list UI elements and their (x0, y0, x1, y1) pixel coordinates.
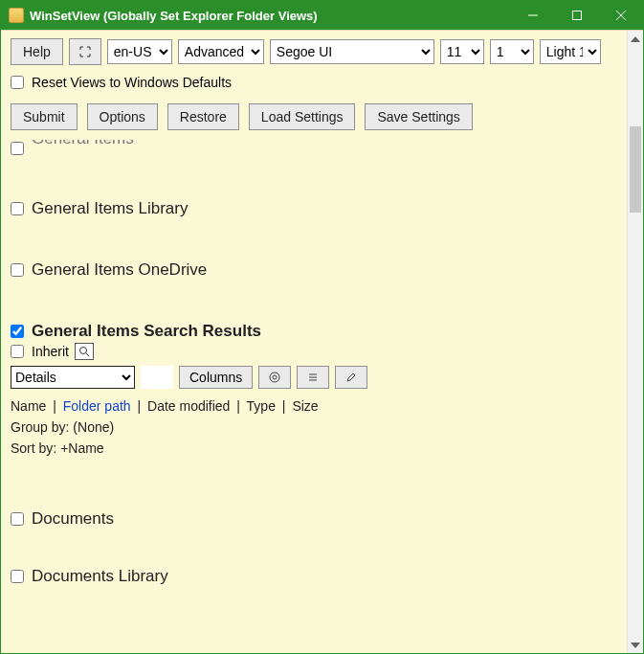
scale-select[interactable]: 1 (490, 39, 534, 64)
close-button[interactable] (599, 1, 643, 30)
pencil-icon (345, 372, 357, 383)
action-button-row: Submit Options Restore Load Settings Sav… (11, 103, 617, 130)
scroll-down-arrow[interactable] (628, 637, 643, 653)
reset-views-checkbox[interactable] (11, 76, 24, 89)
sort-by-line: Sort by: +Name (11, 440, 617, 456)
view-control-row: Details Columns (11, 366, 617, 389)
options-button[interactable]: Options (87, 103, 158, 130)
submit-button[interactable]: Submit (11, 103, 78, 130)
general-items-label: General Items (32, 140, 134, 148)
svg-rect-1 (573, 11, 582, 20)
general-items-library-checkbox[interactable] (11, 202, 24, 215)
svg-line-5 (86, 353, 89, 356)
settings-mini-button[interactable] (258, 366, 291, 389)
vertical-scrollbar[interactable] (627, 31, 643, 653)
crumb-type[interactable]: Type (247, 398, 276, 414)
font-select[interactable]: Segoe UI (270, 39, 434, 64)
search-icon (78, 346, 90, 357)
general-items-library-label: General Items Library (32, 199, 188, 218)
list-mini-button[interactable] (297, 366, 329, 389)
list-icon (307, 372, 319, 383)
reset-views-label: Reset Views to Windows Defaults (32, 75, 232, 90)
search-icon-button[interactable] (75, 343, 94, 360)
documents-library-label: Documents Library (32, 567, 168, 586)
view-select[interactable]: Details (11, 366, 135, 389)
help-button[interactable]: Help (11, 38, 63, 65)
titlebar[interactable]: WinSetView (Globally Set Explorer Folder… (1, 1, 643, 30)
scrollbar-thumb[interactable] (630, 126, 641, 213)
inherit-checkbox[interactable] (11, 345, 24, 358)
section-general-items: General Items (11, 140, 617, 157)
load-settings-button[interactable]: Load Settings (249, 103, 356, 130)
edit-mini-button[interactable] (335, 366, 367, 389)
top-toolbar: Help en-US Advanced Segoe UI 11 1 Light … (11, 38, 617, 65)
section-general-items-onedrive: General Items OneDrive (11, 260, 617, 280)
crumb-date-modified[interactable]: Date modified (147, 398, 230, 414)
general-items-search-checkbox[interactable] (11, 325, 24, 338)
columns-button[interactable]: Columns (179, 366, 253, 389)
spacer (141, 366, 173, 389)
crumb-size[interactable]: Size (292, 398, 318, 414)
crumb-name[interactable]: Name (11, 398, 46, 414)
app-icon (9, 8, 24, 23)
scroll-up-arrow[interactable] (628, 31, 643, 47)
svg-point-7 (270, 372, 279, 382)
columns-crumbs: Name | Folder path | Date modified | Typ… (11, 398, 617, 414)
section-documents: Documents (11, 509, 617, 529)
save-settings-button[interactable]: Save Settings (365, 103, 472, 130)
crumb-folder-path[interactable]: Folder path (63, 398, 131, 414)
documents-checkbox[interactable] (11, 512, 24, 526)
minimize-button[interactable] (511, 1, 555, 30)
reset-views-row: Reset Views to Windows Defaults (11, 75, 617, 90)
mode-select[interactable]: Advanced (178, 39, 264, 64)
font-size-select[interactable]: 11 (440, 39, 484, 64)
language-select[interactable]: en-US (107, 39, 172, 64)
group-by-line: Group by: (None) (11, 419, 617, 435)
general-items-onedrive-checkbox[interactable] (11, 263, 24, 277)
documents-label: Documents (32, 509, 114, 529)
gear-icon (269, 372, 280, 383)
maximize-button[interactable] (555, 1, 599, 30)
section-general-items-search: General Items Search Results (11, 322, 617, 341)
window-title: WinSetView (Globally Set Explorer Folder… (30, 9, 318, 23)
section-documents-library: Documents Library (11, 567, 617, 586)
chevron-up-icon (631, 36, 640, 42)
inherit-label: Inherit (32, 344, 69, 359)
general-items-search-label: General Items Search Results (32, 322, 261, 341)
restore-button[interactable]: Restore (167, 103, 239, 130)
content-area: Help en-US Advanced Segoe UI 11 1 Light … (1, 31, 627, 653)
section-general-items-library: General Items Library (11, 199, 617, 218)
documents-library-checkbox[interactable] (11, 570, 24, 583)
svg-point-4 (79, 348, 86, 354)
general-items-checkbox[interactable] (11, 142, 24, 155)
svg-point-6 (273, 375, 277, 379)
inherit-row: Inherit (11, 343, 617, 360)
theme-select[interactable]: Light 1 (540, 39, 601, 64)
expand-icon (79, 46, 91, 57)
general-items-onedrive-label: General Items OneDrive (32, 260, 207, 280)
fullscreen-button[interactable] (69, 38, 101, 65)
chevron-down-icon (631, 643, 640, 648)
